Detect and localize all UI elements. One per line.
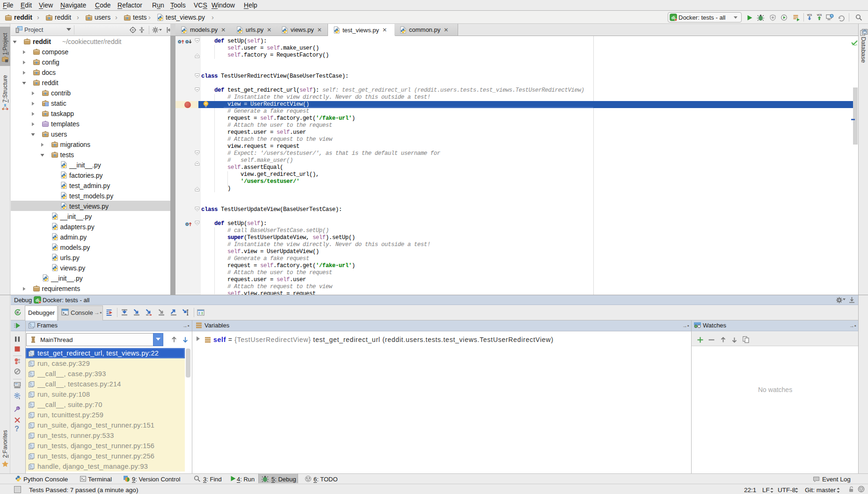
- svg-text:di: di: [36, 298, 39, 303]
- svg-text:di: di: [671, 15, 675, 20]
- svg-text:VCS: VCS: [817, 14, 822, 16]
- svg-text:VCS: VCS: [807, 14, 812, 16]
